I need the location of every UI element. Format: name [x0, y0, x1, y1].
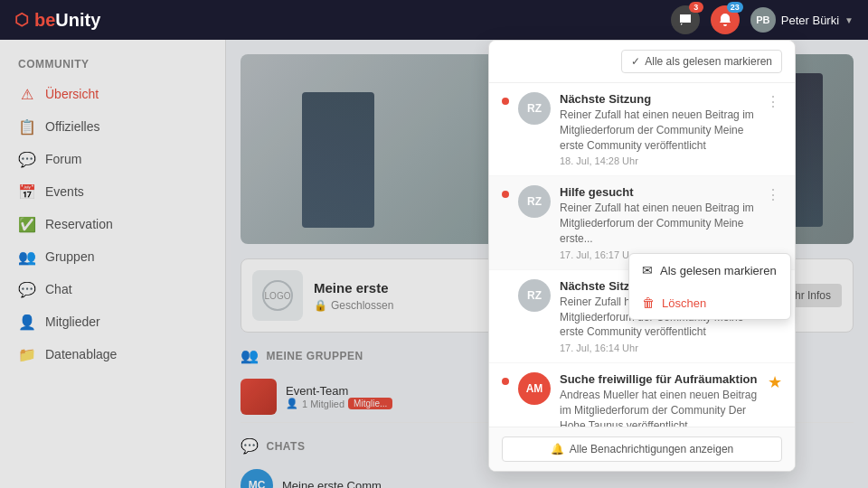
bell-icon: 🔔 [551, 443, 564, 455]
notif-body: Reiner Zufall hat einen neuen Beitrag im… [560, 201, 755, 246]
unread-dot [502, 191, 509, 198]
notif-header: ✓ Alle als gelesen markieren [489, 41, 795, 83]
unread-dot [502, 378, 509, 385]
logo-unity: Unity [55, 10, 100, 30]
mark-all-read-button[interactable]: ✓ Alle als gelesen markieren [621, 50, 782, 73]
notif-item-n4[interactable]: AM Suche freiwillige für Aufräumaktion A… [489, 363, 795, 427]
topnav: ⬡ beUnity 3 23 PB Peter Bürki ▼ [0, 0, 868, 40]
logo-be: be [34, 10, 55, 30]
checkmark-icon: ✓ [631, 55, 640, 68]
notif-content: Nächste Sitzung Reiner Zufall hat einen … [560, 92, 755, 166]
notif-time: 17. Jul, 16:14 Uhr [560, 343, 755, 353]
unread-dot [502, 98, 509, 105]
notification-button[interactable]: 23 [711, 5, 740, 34]
chevron-down-icon: ▼ [844, 15, 854, 25]
unread-dot [502, 285, 509, 292]
notif-title: Nächste Sitzung [560, 92, 755, 106]
notif-footer: 🔔 Alle Benachrichtigungen anzeigen [489, 427, 795, 471]
notif-body: Andreas Mueller hat einen neuen Beitrag … [560, 388, 759, 427]
notif-avatar: AM [518, 372, 551, 405]
topnav-right: 3 23 PB Peter Bürki ▼ [671, 5, 854, 34]
context-menu: ✉ Als gelesen markieren 🗑 Löschen [628, 253, 791, 320]
chat-badge: 3 [689, 2, 703, 13]
notif-time: 18. Jul, 14:28 Uhr [560, 155, 755, 166]
star-icon: ★ [768, 372, 782, 392]
notif-content: Hilfe gesucht Reiner Zufall hat einen ne… [560, 185, 755, 259]
notif-avatar: RZ [518, 92, 551, 125]
notif-title: Hilfe gesucht [560, 185, 755, 199]
chat-button[interactable]: 3 [671, 5, 700, 34]
trash-icon: 🗑 [642, 296, 655, 310]
context-menu-delete[interactable]: 🗑 Löschen [629, 286, 790, 319]
notif-badge: 23 [727, 2, 743, 13]
notif-menu-button-active[interactable]: ⋮ [764, 185, 782, 203]
envelope-icon: ✉ [642, 263, 653, 277]
app-logo[interactable]: ⬡ beUnity [14, 10, 100, 31]
notif-body: Reiner Zufall hat einen neuen Beitrag im… [560, 108, 755, 153]
notif-menu-button[interactable]: ⋮ [764, 92, 782, 110]
context-menu-mark-read[interactable]: ✉ Als gelesen markieren [629, 254, 790, 286]
notif-title: Suche freiwillige für Aufräumaktion [560, 372, 759, 386]
user-name: Peter Bürki [781, 14, 839, 27]
notif-avatar: RZ [518, 279, 551, 312]
user-menu[interactable]: PB Peter Bürki ▼ [750, 7, 854, 33]
notif-content: Suche freiwillige für Aufräumaktion Andr… [560, 372, 759, 427]
notif-item[interactable]: RZ Nächste Sitzung Reiner Zufall hat ein… [489, 83, 795, 176]
avatar: PB [750, 7, 776, 33]
notif-avatar: RZ [518, 185, 551, 218]
show-all-notifications-button[interactable]: 🔔 Alle Benachrichtigungen anzeigen [502, 436, 782, 462]
